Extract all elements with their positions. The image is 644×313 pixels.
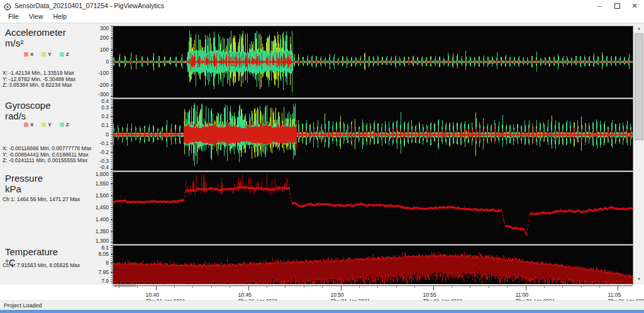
gyroscope-plot[interactable]: [113, 99, 633, 171]
y-axis: 3002001000-100-200-300: [87, 26, 110, 97]
tick-time: 10:55: [423, 292, 463, 298]
panel-title: Accelerometer: [5, 27, 66, 38]
legend-label: Y: [48, 122, 51, 128]
y-tick-label: -0.1: [99, 140, 109, 146]
legend-swatch-icon: [60, 52, 64, 57]
y-tick-label: 8.05: [98, 251, 109, 257]
legend-label: X: [30, 52, 33, 57]
stat-line: Ch 1: 1464.56 Min, 1471.27 Max: [3, 197, 80, 203]
app-icon: [4, 2, 11, 9]
tick-time: 11:00: [516, 292, 555, 298]
y-tick-label: 0.4: [101, 98, 109, 104]
chevron-down-icon: ▼: [637, 277, 641, 281]
panel-unit: kPa: [5, 184, 21, 194]
y-tick-label: 1,350: [96, 228, 109, 234]
y-tick-label: 1,300: [96, 238, 109, 244]
y-tick-label: 0: [106, 131, 109, 138]
panel-unit: rad/s: [5, 111, 26, 121]
y-tick-label: 300: [100, 25, 109, 31]
y-tick-label: 8.1: [101, 244, 109, 251]
pressure-plot[interactable]: [113, 172, 633, 244]
y-tick-label: -0.3: [99, 158, 109, 164]
legend-swatch-icon: [24, 52, 28, 57]
time-axis: [113, 285, 633, 292]
panel-pressure: Pressure kPa Ch 1: 1464.56 Min, 1471.27 …: [0, 172, 634, 243]
chevron-up-icon: ▲: [637, 26, 641, 30]
panel-title: Temperature: [5, 246, 58, 257]
y-tick-label: 0.1: [101, 122, 109, 128]
legend-item-z: Z: [60, 122, 69, 128]
title-bar[interactable]: SensorData_20210401_071254 - PigViewAnal…: [0, 0, 644, 11]
stat-line: Z: -0.0241111 Min, 0.00155555 Max: [3, 158, 92, 164]
menu-view[interactable]: View: [25, 12, 48, 21]
menu-bar: File View Help: [0, 11, 644, 21]
window-title: SensorData_20210401_071254 - PigViewAnal…: [14, 2, 164, 9]
panel-stats: X: -1.42134 Min, 1.33519 MaxY: -12.8782 …: [3, 70, 75, 89]
temperature-plot[interactable]: [113, 245, 633, 285]
legend: XYZ: [24, 52, 69, 57]
legend-item-z: Z: [60, 52, 69, 57]
vertical-scrollbar[interactable]: ▲ ▼: [634, 23, 644, 283]
legend-label: Z: [66, 122, 69, 128]
y-tick-label: -200: [98, 82, 109, 88]
legend-item-x: X: [24, 122, 33, 128]
y-tick-label: -0.4: [99, 164, 109, 170]
y-tick-label: 1,500: [96, 192, 109, 199]
y-tick-label: 1,550: [96, 180, 109, 187]
legend-label: Y: [48, 52, 51, 57]
scroll-up-button[interactable]: ▲: [634, 23, 644, 33]
y-tick-label: 1,450: [96, 204, 109, 211]
menu-file[interactable]: File: [4, 12, 23, 21]
legend-label: Z: [66, 52, 69, 57]
panel-title: Pressure: [5, 173, 43, 184]
y-tick-label: -0.2: [99, 149, 109, 155]
bottom-edge-bar: [0, 310, 644, 313]
legend-swatch-icon: [24, 123, 28, 127]
status-text: Project Loaded: [4, 302, 42, 309]
window-controls: – ✕: [595, 0, 639, 11]
scroll-down-button[interactable]: ▼: [634, 274, 644, 283]
y-tick-label: 1,400: [96, 216, 109, 222]
panel-accelerometer: Accelerometer m/s² XYZ X: -1.42134 Min, …: [0, 26, 634, 97]
y-tick-label: 100: [100, 47, 109, 53]
chart-area: Accelerometer m/s² XYZ X: -1.42134 Min, …: [0, 23, 644, 285]
menu-help[interactable]: Help: [49, 12, 72, 21]
legend-swatch-icon: [42, 123, 46, 127]
y-tick-label: 0.2: [101, 113, 109, 119]
panel-stats: Ch 1: 1464.56 Min, 1471.27 Max: [3, 197, 80, 203]
status-bar: Project Loaded: [0, 300, 644, 310]
y-tick-label: 0.3: [101, 104, 109, 111]
accelerometer-plot[interactable]: [113, 26, 633, 98]
legend: XYZ: [24, 122, 69, 128]
tick-time: 10:45: [238, 292, 278, 298]
minimize-button[interactable]: –: [595, 1, 604, 10]
stat-line: Ch 1: 7.91563 Min, 8.05625 Max: [3, 263, 80, 269]
vertical-scroll-thumb[interactable]: [635, 33, 643, 140]
y-tick-label: 1,600: [96, 171, 109, 177]
app-window: SensorData_20210401_071254 - PigViewAnal…: [0, 0, 644, 313]
panel-gyroscope: Gyroscope rad/s XYZ X: -0.00116666 Min, …: [0, 99, 634, 170]
maximize-button[interactable]: [613, 1, 621, 10]
stat-line: Z: 3.65384 Min, 8.82234 Max: [3, 82, 75, 89]
y-axis: 8.18.0587.957.9: [87, 245, 110, 283]
close-button[interactable]: ✕: [630, 1, 639, 10]
y-axis: 1,6001,5501,5001,4501,4001,3501,300: [87, 172, 110, 243]
panel-title: Gyroscope: [5, 100, 51, 111]
y-tick-label: 0: [106, 58, 109, 65]
legend-swatch-icon: [60, 123, 64, 127]
y-tick-label: -100: [98, 70, 109, 76]
legend-item-x: X: [24, 52, 33, 57]
y-axis: 0.40.30.20.10-0.1-0.2-0.3-0.4: [87, 99, 110, 170]
y-tick-label: 7.9: [101, 278, 109, 284]
legend-item-y: Y: [42, 122, 51, 128]
panel-stats: X: -0.00116666 Min, 0.00777776 MaxY: -0.…: [3, 146, 92, 164]
legend-label: X: [30, 122, 33, 128]
legend-item-y: Y: [42, 52, 51, 57]
tick-time: 11:05: [608, 292, 644, 298]
tick-time: 10:40: [146, 292, 186, 298]
y-tick-label: 200: [100, 35, 109, 41]
y-tick-label: -300: [98, 91, 109, 97]
panel-temperature: Temperature °C Ch 1: 7.91563 Min, 8.0562…: [0, 245, 634, 283]
tick-time: 10:50: [331, 292, 370, 298]
legend-swatch-icon: [42, 52, 46, 57]
